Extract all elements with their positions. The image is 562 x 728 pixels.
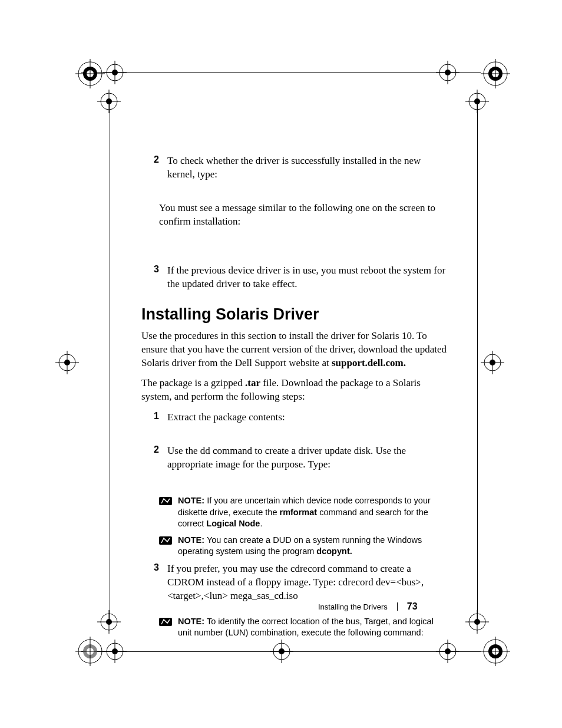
note-lead: NOTE: — [178, 535, 204, 545]
paragraph-text: The package is a gzipped — [141, 377, 245, 388]
svg-point-12 — [106, 98, 112, 104]
crop-line-left — [110, 100, 110, 624]
note-lead: NOTE: — [178, 617, 204, 626]
step-text: If you prefer, you may use the cdrecord … — [167, 562, 448, 603]
step-number: 1 — [141, 411, 167, 427]
inline-bold: rmformat — [280, 508, 318, 517]
registration-mark-bottom-left-1 — [75, 637, 105, 666]
svg-point-58 — [474, 619, 480, 625]
page-number: 73 — [407, 601, 418, 612]
svg-point-29 — [64, 360, 70, 365]
step-continuation: You must see a message similar to the fo… — [159, 202, 448, 229]
svg-point-54 — [445, 648, 451, 654]
step-text: If the previous device driver is in use,… — [167, 264, 448, 291]
step-body: To check whether the driver is successfu… — [167, 154, 448, 184]
svg-point-50 — [279, 648, 285, 654]
svg-point-46 — [106, 619, 112, 625]
spacer — [141, 246, 448, 264]
registration-mark-bottom-left-2 — [103, 640, 127, 663]
list-item: 3 If you prefer, you may use the cdrecor… — [141, 562, 448, 605]
registration-mark-top-left-2 — [103, 61, 127, 84]
step-text: Extract the package contents: — [167, 411, 285, 424]
note-segment: To identify the correct location of the … — [178, 617, 434, 638]
step-text: To check whether the driver is successfu… — [167, 154, 448, 182]
note-block: NOTE: To identify the correct location o… — [159, 616, 448, 639]
list-item: 2 To check whether the driver is success… — [141, 154, 448, 184]
registration-mark-top-right-3 — [481, 59, 510, 88]
step-number: 2 — [141, 154, 167, 184]
registration-mark-top-right-2 — [465, 90, 489, 113]
step-text: Use the dd command to create a driver up… — [167, 444, 448, 472]
page-root: 2 To check whether the driver is success… — [0, 0, 562, 728]
footer-divider — [397, 602, 398, 611]
step-body: If the previous device driver is in use,… — [167, 264, 448, 294]
step-number: 3 — [141, 264, 167, 294]
step-body: Extract the package contents: — [167, 411, 285, 427]
paragraph: Use the procedures in this section to in… — [141, 330, 448, 370]
content-column: 2 To check whether the driver is success… — [141, 154, 448, 644]
list-item: 2 Use the dd command to create a driver … — [141, 444, 448, 474]
section-heading: Installing Solaris Driver — [141, 305, 448, 324]
inline-bold: Logical Node — [206, 519, 260, 528]
note: NOTE: You can create a DUD on a system r… — [159, 535, 448, 558]
note-pencil-icon — [159, 535, 173, 546]
step-number: 3 — [141, 562, 167, 605]
step-body: If you prefer, you may use the cdrecord … — [167, 562, 448, 605]
registration-mark-mid-left — [55, 351, 79, 374]
svg-point-20 — [474, 98, 480, 104]
note-text: NOTE: If you are uncertain which device … — [178, 495, 448, 530]
registration-mark-top-left-1 — [75, 59, 105, 88]
link-text: support.dell.com. — [332, 357, 406, 368]
note-segment: You can create a DUD on a system running… — [178, 535, 422, 556]
note: NOTE: To identify the correct location o… — [159, 616, 448, 639]
note-block: NOTE: If you are uncertain which device … — [159, 495, 448, 558]
registration-mark-mid-right — [481, 351, 504, 374]
inline-bold: .tar — [245, 377, 260, 388]
spacer — [141, 437, 448, 444]
svg-point-33 — [490, 360, 495, 365]
list-item: 3 If the previous device driver is in us… — [141, 264, 448, 294]
note-text: NOTE: To identify the correct location o… — [178, 616, 448, 639]
registration-mark-top-left-3 — [97, 90, 121, 113]
note-lead: NOTE: — [178, 496, 204, 505]
registration-mark-bottom-left-3 — [97, 610, 121, 634]
registration-mark-bottom-right-3 — [481, 637, 510, 666]
crop-line-top — [81, 72, 481, 73]
registration-mark-bottom-right-2 — [465, 610, 489, 634]
registration-mark-top-right-1 — [436, 61, 459, 84]
footer-title: Installing the Drivers — [318, 602, 388, 611]
note-text: NOTE: You can create a DUD on a system r… — [178, 535, 448, 558]
crop-line-right — [477, 100, 478, 624]
note-pencil-icon — [159, 617, 173, 627]
spacer — [141, 485, 448, 492]
paragraph: The package is a gzipped .tar file. Down… — [141, 377, 448, 404]
list-item: 1 Extract the package contents: — [141, 411, 448, 427]
svg-point-8 — [112, 70, 118, 75]
note-pencil-icon — [159, 496, 173, 506]
note-segment: . — [260, 519, 262, 528]
page-footer: Installing the Drivers 73 — [318, 601, 418, 612]
step-number: 2 — [141, 444, 167, 474]
svg-point-42 — [112, 648, 118, 654]
note: NOTE: If you are uncertain which device … — [159, 495, 448, 530]
svg-point-16 — [445, 70, 451, 75]
step-body: Use the dd command to create a driver up… — [167, 444, 448, 474]
inline-bold: dcopynt. — [316, 546, 352, 556]
